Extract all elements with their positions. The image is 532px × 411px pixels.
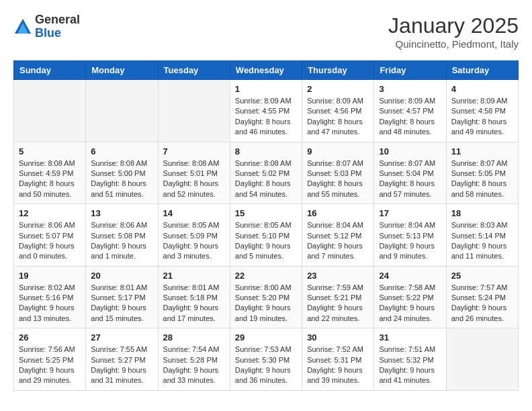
calendar-cell: 15Sunrise: 8:05 AM Sunset: 5:10 PM Dayli…	[230, 204, 302, 267]
day-number: 13	[91, 208, 152, 218]
month-title: January 2025	[388, 13, 519, 38]
day-info: Sunrise: 8:07 AM Sunset: 5:04 PM Dayligh…	[379, 158, 441, 200]
calendar-cell	[446, 328, 518, 391]
day-number: 20	[91, 271, 152, 281]
day-number: 23	[307, 271, 369, 281]
day-info: Sunrise: 7:53 AM Sunset: 5:30 PM Dayligh…	[235, 345, 297, 386]
calendar-cell: 14Sunrise: 8:05 AM Sunset: 5:09 PM Dayli…	[158, 204, 230, 267]
day-info: Sunrise: 8:06 AM Sunset: 5:08 PM Dayligh…	[91, 220, 152, 262]
day-number: 7	[163, 146, 225, 156]
calendar-cell: 18Sunrise: 8:03 AM Sunset: 5:14 PM Dayli…	[446, 204, 518, 267]
calendar-cell: 5Sunrise: 8:08 AM Sunset: 4:59 PM Daylig…	[14, 142, 86, 204]
calendar-cell: 8Sunrise: 8:08 AM Sunset: 5:02 PM Daylig…	[230, 142, 302, 204]
weekday-row: SundayMondayTuesdayWednesdayThursdayFrid…	[14, 61, 519, 80]
calendar-cell: 12Sunrise: 8:06 AM Sunset: 5:07 PM Dayli…	[14, 204, 86, 267]
day-info: Sunrise: 8:05 AM Sunset: 5:10 PM Dayligh…	[235, 220, 297, 262]
weekday-header: Friday	[374, 61, 446, 80]
day-info: Sunrise: 7:54 AM Sunset: 5:28 PM Dayligh…	[163, 345, 225, 386]
weekday-header: Wednesday	[230, 61, 302, 80]
day-info: Sunrise: 7:57 AM Sunset: 5:24 PM Dayligh…	[451, 283, 513, 324]
day-number: 8	[235, 146, 297, 156]
calendar-cell: 2Sunrise: 8:09 AM Sunset: 4:56 PM Daylig…	[302, 80, 374, 142]
day-number: 16	[307, 208, 369, 218]
day-number: 29	[235, 332, 297, 342]
day-info: Sunrise: 8:09 AM Sunset: 4:58 PM Dayligh…	[451, 96, 513, 138]
calendar-cell: 29Sunrise: 7:53 AM Sunset: 5:30 PM Dayli…	[230, 328, 302, 391]
day-number: 1	[235, 84, 297, 94]
day-info: Sunrise: 7:59 AM Sunset: 5:21 PM Dayligh…	[307, 283, 369, 324]
calendar-cell: 9Sunrise: 8:07 AM Sunset: 5:03 PM Daylig…	[302, 142, 374, 204]
day-number: 28	[163, 332, 225, 342]
day-info: Sunrise: 8:04 AM Sunset: 5:13 PM Dayligh…	[379, 220, 441, 262]
logo-blue-text: Blue	[35, 27, 80, 40]
day-info: Sunrise: 8:01 AM Sunset: 5:17 PM Dayligh…	[91, 283, 152, 324]
day-number: 30	[307, 332, 369, 342]
calendar-cell: 19Sunrise: 8:02 AM Sunset: 5:16 PM Dayli…	[14, 266, 86, 328]
day-number: 17	[379, 208, 441, 218]
calendar-cell: 30Sunrise: 7:52 AM Sunset: 5:31 PM Dayli…	[302, 328, 374, 391]
calendar-cell: 4Sunrise: 8:09 AM Sunset: 4:58 PM Daylig…	[446, 80, 518, 142]
day-info: Sunrise: 8:08 AM Sunset: 5:01 PM Dayligh…	[163, 158, 225, 200]
calendar-cell: 10Sunrise: 8:07 AM Sunset: 5:04 PM Dayli…	[374, 142, 446, 204]
day-info: Sunrise: 8:00 AM Sunset: 5:20 PM Dayligh…	[235, 283, 297, 324]
logo: General Blue	[13, 13, 80, 40]
calendar-cell: 21Sunrise: 8:01 AM Sunset: 5:18 PM Dayli…	[158, 266, 230, 328]
day-number: 2	[307, 84, 369, 94]
calendar-cell: 28Sunrise: 7:54 AM Sunset: 5:28 PM Dayli…	[158, 328, 230, 391]
day-number: 18	[451, 208, 513, 218]
calendar-week-row: 5Sunrise: 8:08 AM Sunset: 4:59 PM Daylig…	[14, 142, 519, 204]
logo-general-text: General	[35, 13, 80, 27]
day-number: 5	[19, 146, 81, 156]
day-info: Sunrise: 7:58 AM Sunset: 5:22 PM Dayligh…	[379, 283, 441, 324]
day-number: 4	[451, 84, 513, 94]
day-info: Sunrise: 8:08 AM Sunset: 4:59 PM Dayligh…	[19, 158, 81, 200]
day-number: 14	[163, 208, 225, 218]
day-number: 25	[451, 271, 513, 281]
calendar-cell: 16Sunrise: 8:04 AM Sunset: 5:12 PM Dayli…	[302, 204, 374, 267]
calendar-week-row: 19Sunrise: 8:02 AM Sunset: 5:16 PM Dayli…	[14, 266, 519, 328]
calendar-cell: 3Sunrise: 8:09 AM Sunset: 4:57 PM Daylig…	[374, 80, 446, 142]
calendar: SundayMondayTuesdayWednesdayThursdayFrid…	[13, 60, 519, 391]
calendar-cell: 17Sunrise: 8:04 AM Sunset: 5:13 PM Dayli…	[374, 204, 446, 267]
day-info: Sunrise: 7:52 AM Sunset: 5:31 PM Dayligh…	[307, 345, 369, 386]
calendar-header: SundayMondayTuesdayWednesdayThursdayFrid…	[14, 61, 519, 80]
calendar-cell: 7Sunrise: 8:08 AM Sunset: 5:01 PM Daylig…	[158, 142, 230, 204]
day-info: Sunrise: 8:04 AM Sunset: 5:12 PM Dayligh…	[307, 220, 369, 262]
day-info: Sunrise: 8:07 AM Sunset: 5:03 PM Dayligh…	[307, 158, 369, 200]
calendar-week-row: 12Sunrise: 8:06 AM Sunset: 5:07 PM Dayli…	[14, 204, 519, 267]
day-info: Sunrise: 8:08 AM Sunset: 5:00 PM Dayligh…	[91, 158, 152, 200]
day-number: 15	[235, 208, 297, 218]
logo-text: General Blue	[35, 13, 80, 40]
calendar-cell: 27Sunrise: 7:55 AM Sunset: 5:27 PM Dayli…	[86, 328, 158, 391]
day-number: 3	[379, 84, 441, 94]
day-number: 10	[379, 146, 441, 156]
calendar-cell	[14, 80, 86, 142]
day-info: Sunrise: 8:01 AM Sunset: 5:18 PM Dayligh…	[163, 283, 225, 324]
day-info: Sunrise: 8:03 AM Sunset: 5:14 PM Dayligh…	[451, 220, 513, 262]
calendar-cell: 20Sunrise: 8:01 AM Sunset: 5:17 PM Dayli…	[86, 266, 158, 328]
day-number: 27	[91, 332, 152, 342]
calendar-cell: 24Sunrise: 7:58 AM Sunset: 5:22 PM Dayli…	[374, 266, 446, 328]
calendar-body: 1Sunrise: 8:09 AM Sunset: 4:55 PM Daylig…	[14, 80, 519, 391]
day-info: Sunrise: 7:51 AM Sunset: 5:32 PM Dayligh…	[379, 345, 441, 386]
weekday-header: Sunday	[14, 61, 86, 80]
calendar-cell: 25Sunrise: 7:57 AM Sunset: 5:24 PM Dayli…	[446, 266, 518, 328]
calendar-cell: 11Sunrise: 8:07 AM Sunset: 5:05 PM Dayli…	[446, 142, 518, 204]
day-info: Sunrise: 8:06 AM Sunset: 5:07 PM Dayligh…	[19, 220, 81, 262]
calendar-cell: 22Sunrise: 8:00 AM Sunset: 5:20 PM Dayli…	[230, 266, 302, 328]
day-number: 22	[235, 271, 297, 281]
day-number: 24	[379, 271, 441, 281]
weekday-header: Monday	[86, 61, 158, 80]
calendar-cell	[86, 80, 158, 142]
day-number: 6	[91, 146, 152, 156]
day-info: Sunrise: 8:09 AM Sunset: 4:57 PM Dayligh…	[379, 96, 441, 138]
calendar-cell: 31Sunrise: 7:51 AM Sunset: 5:32 PM Dayli…	[374, 328, 446, 391]
calendar-week-row: 1Sunrise: 8:09 AM Sunset: 4:55 PM Daylig…	[14, 80, 519, 142]
day-number: 9	[307, 146, 369, 156]
day-info: Sunrise: 7:56 AM Sunset: 5:25 PM Dayligh…	[19, 345, 81, 386]
day-info: Sunrise: 7:55 AM Sunset: 5:27 PM Dayligh…	[91, 345, 152, 386]
day-info: Sunrise: 8:07 AM Sunset: 5:05 PM Dayligh…	[451, 158, 513, 200]
day-number: 11	[451, 146, 513, 156]
day-number: 26	[19, 332, 81, 342]
logo-icon	[13, 17, 32, 36]
